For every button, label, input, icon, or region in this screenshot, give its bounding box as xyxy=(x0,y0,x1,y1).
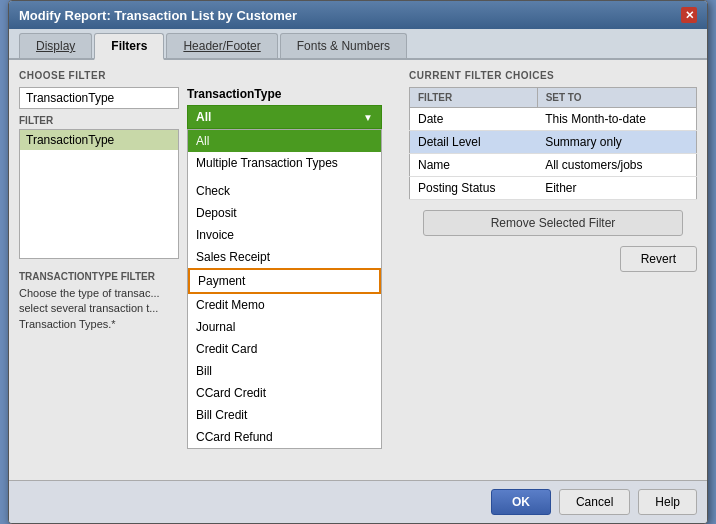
tab-fonts-numbers[interactable]: Fonts & Numbers xyxy=(280,33,407,58)
filter-row: FILTER TransactionType TransactionType A… xyxy=(19,87,399,259)
dropdown-arrow-icon: ▼ xyxy=(363,112,373,123)
cancel-button[interactable]: Cancel xyxy=(559,489,630,515)
filter-list-item[interactable]: TransactionType xyxy=(20,130,178,150)
dropdown-item-invoice[interactable]: Invoice xyxy=(188,224,381,246)
left-panel: CHOOSE FILTER FILTER TransactionType Tra… xyxy=(19,70,399,470)
filter-column: FILTER TransactionType xyxy=(19,87,179,259)
table-row[interactable]: Posting Status Either xyxy=(410,177,697,200)
right-panel: CURRENT FILTER CHOICES FILTER SET TO Dat… xyxy=(409,70,697,470)
dialog-title: Modify Report: Transaction List by Custo… xyxy=(19,8,297,23)
table-row[interactable]: Date This Month-to-date xyxy=(410,108,697,131)
filter-list[interactable]: TransactionType xyxy=(19,129,179,259)
filter-search-input[interactable] xyxy=(19,87,179,109)
dropdown-container: All ▼ All Multiple Transaction Types xyxy=(187,105,382,129)
dropdown-item-credit-card[interactable]: Credit Card xyxy=(188,338,381,360)
filter-label: FILTER xyxy=(19,115,179,126)
ok-button[interactable]: OK xyxy=(491,489,551,515)
set-to-col-header: SET TO xyxy=(537,88,696,108)
tab-bar: Display Filters Header/Footer Fonts & Nu… xyxy=(9,29,707,60)
set-to-cell: This Month-to-date xyxy=(537,108,696,131)
dropdown-item-journal[interactable]: Journal xyxy=(188,316,381,338)
filter-col-header: FILTER xyxy=(410,88,538,108)
dropdown-list[interactable]: All Multiple Transaction Types Check Dep… xyxy=(187,129,382,449)
dropdown-item-bill-payment[interactable]: Bill Payment xyxy=(188,448,381,449)
filter-cell: Posting Status xyxy=(410,177,538,200)
filter-cell: Date xyxy=(410,108,538,131)
remove-selected-filter-button[interactable]: Remove Selected Filter xyxy=(423,210,682,236)
bottom-bar: OK Cancel Help xyxy=(9,480,707,523)
dialog: Modify Report: Transaction List by Custo… xyxy=(8,0,708,524)
filter-cell: Detail Level xyxy=(410,131,538,154)
dropdown-item-deposit[interactable]: Deposit xyxy=(188,202,381,224)
dropdown-item-credit-memo[interactable]: Credit Memo xyxy=(188,294,381,316)
tab-display[interactable]: Display xyxy=(19,33,92,58)
choose-filter-label: CHOOSE FILTER xyxy=(19,70,399,81)
table-row[interactable]: Detail Level Summary only xyxy=(410,131,697,154)
dropdown-item-check[interactable]: Check xyxy=(188,180,381,202)
dropdown-item-payment[interactable]: Payment xyxy=(188,268,381,294)
content-area: CHOOSE FILTER FILTER TransactionType Tra… xyxy=(9,60,707,480)
help-button[interactable]: Help xyxy=(638,489,697,515)
close-button[interactable]: ✕ xyxy=(681,7,697,23)
tab-filters[interactable]: Filters xyxy=(94,33,164,60)
set-to-cell: Either xyxy=(537,177,696,200)
transaction-type-header: TransactionType xyxy=(187,87,382,101)
dropdown-item-all[interactable]: All xyxy=(188,130,381,152)
dropdown-item-sales-receipt[interactable]: Sales Receipt xyxy=(188,246,381,268)
tab-header-footer[interactable]: Header/Footer xyxy=(166,33,277,58)
revert-button[interactable]: Revert xyxy=(620,246,697,272)
dropdown-column: TransactionType All ▼ All Multiple Trans… xyxy=(187,87,382,259)
title-bar: Modify Report: Transaction List by Custo… xyxy=(9,1,707,29)
dropdown-item-ccard-refund[interactable]: CCard Refund xyxy=(188,426,381,448)
dropdown-item-bill[interactable]: Bill xyxy=(188,360,381,382)
set-to-cell: Summary only xyxy=(537,131,696,154)
filter-cell: Name xyxy=(410,154,538,177)
dropdown-item-bill-credit[interactable]: Bill Credit xyxy=(188,404,381,426)
set-to-cell: All customers/jobs xyxy=(537,154,696,177)
dropdown-item-ccard-credit[interactable]: CCard Credit xyxy=(188,382,381,404)
dropdown-selected[interactable]: All ▼ xyxy=(187,105,382,129)
current-filter-label: CURRENT FILTER CHOICES xyxy=(409,70,697,81)
dropdown-item-multiple[interactable]: Multiple Transaction Types xyxy=(188,152,381,174)
table-row[interactable]: Name All customers/jobs xyxy=(410,154,697,177)
filter-table: FILTER SET TO Date This Month-to-date De… xyxy=(409,87,697,200)
